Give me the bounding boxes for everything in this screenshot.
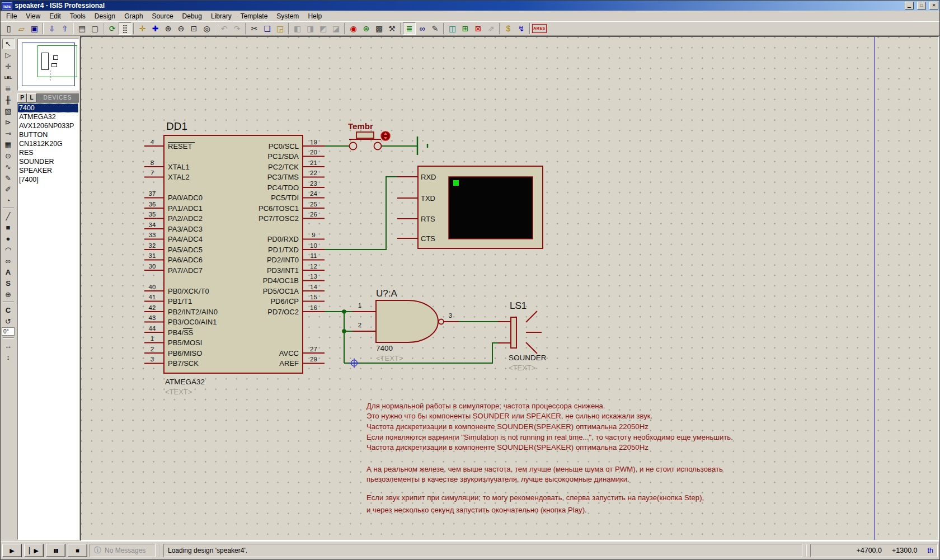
- zoom-in-icon[interactable]: ⊕: [162, 22, 175, 35]
- block-copy-icon[interactable]: ◧: [291, 22, 304, 35]
- virtual-terminal-component[interactable]: RXD TXD RTS CTS: [397, 166, 543, 248]
- menu-system[interactable]: System: [272, 11, 303, 21]
- menu-graph[interactable]: Graph: [120, 11, 147, 21]
- minimize-button[interactable]: ▁: [905, 2, 914, 10]
- virtual-instruments-icon[interactable]: ◔: [2, 195, 15, 206]
- undo-icon[interactable]: ↶: [218, 22, 231, 35]
- play-button[interactable]: ▶: [2, 544, 22, 557]
- save-icon[interactable]: ▣: [28, 22, 41, 35]
- device-item-speaker[interactable]: SPEAKER: [18, 166, 78, 175]
- device-item-7400[interactable]: 7400: [18, 103, 78, 112]
- device-item-sounder[interactable]: SOUNDER: [18, 157, 78, 166]
- junction-dot-icon[interactable]: ✛: [2, 61, 15, 72]
- pan-icon[interactable]: ✚: [149, 22, 162, 35]
- new-document-icon[interactable]: ▯: [2, 22, 15, 35]
- device-item-atmega32[interactable]: ATMEGA32: [18, 112, 78, 121]
- mirror-vertical-icon[interactable]: ↕: [2, 352, 15, 363]
- bus-mode-icon[interactable]: ╫: [2, 95, 15, 105]
- text-script-icon[interactable]: ≣: [2, 83, 15, 94]
- close-button[interactable]: ✕: [929, 2, 938, 10]
- menu-source[interactable]: Source: [148, 11, 178, 21]
- mark-output-area-icon[interactable]: ▢: [88, 22, 101, 35]
- zoom-all-icon[interactable]: ◎: [200, 22, 213, 35]
- selection-pointer-icon[interactable]: ↖: [2, 39, 15, 49]
- generator-mode-icon[interactable]: ∿: [2, 162, 15, 172]
- open-folder-icon[interactable]: ▱: [15, 22, 28, 35]
- mcu-component[interactable]: DD1 ATMEGA32 <TEXT> RESET XTAL1 XTAL2 PA…: [144, 120, 325, 396]
- text-2d-icon[interactable]: A: [2, 267, 15, 277]
- new-sheet-icon[interactable]: ⊞: [459, 22, 472, 35]
- pick-parts-icon[interactable]: ◉: [347, 22, 360, 35]
- wire-label-icon[interactable]: LBL: [2, 72, 15, 83]
- tape-recorder-icon[interactable]: ⊙: [2, 150, 15, 161]
- menu-library[interactable]: Library: [206, 11, 236, 21]
- paste-icon[interactable]: ◲: [274, 22, 286, 35]
- maximize-button[interactable]: □: [917, 2, 926, 10]
- block-move-icon[interactable]: ◨: [304, 22, 317, 35]
- schematic-canvas[interactable]: DD1 ATMEGA32 <TEXT> RESET XTAL1 XTAL2 PA…: [81, 37, 939, 540]
- terminal-mode-icon[interactable]: ⊳: [2, 117, 15, 128]
- message-indicator[interactable]: ⓘ No Messages: [90, 544, 156, 557]
- rotate-clockwise-icon[interactable]: C: [2, 305, 15, 316]
- device-item-res[interactable]: RES: [18, 148, 78, 157]
- button-toggle-icon[interactable]: [381, 131, 390, 140]
- menu-tools[interactable]: Tools: [65, 11, 90, 21]
- library-manager-button[interactable]: L: [27, 93, 36, 102]
- copy-icon[interactable]: ❏: [261, 22, 274, 35]
- cut-icon[interactable]: ✂: [248, 22, 261, 35]
- pick-device-button[interactable]: P: [17, 93, 27, 102]
- marker-2d-icon[interactable]: ⊕: [2, 289, 15, 300]
- device-item-7400-lib[interactable]: [7400]: [18, 175, 78, 184]
- device-item-button[interactable]: BUTTON: [18, 130, 78, 139]
- schematic-overview[interactable]: [17, 39, 79, 91]
- redo-icon[interactable]: ↷: [231, 22, 243, 35]
- graph-mode-icon[interactable]: ▦: [2, 139, 15, 150]
- bill-of-materials-icon[interactable]: $: [502, 22, 515, 35]
- menu-file[interactable]: File: [2, 11, 21, 21]
- menu-debug[interactable]: Debug: [178, 11, 206, 21]
- make-device-icon[interactable]: ⊛: [360, 22, 373, 35]
- pause-button[interactable]: ▮▮: [46, 544, 65, 557]
- push-button-component[interactable]: Tembr: [348, 121, 390, 150]
- arc-2d-icon[interactable]: ◠: [2, 244, 15, 255]
- design-explorer-icon[interactable]: ◫: [446, 22, 459, 35]
- device-pin-icon[interactable]: ⊸: [2, 128, 15, 139]
- import-section-icon[interactable]: ⇩: [45, 22, 58, 35]
- path-2d-icon[interactable]: ∞: [2, 256, 15, 266]
- current-probe-icon[interactable]: ✐: [2, 184, 15, 195]
- export-section-icon[interactable]: ⇧: [58, 22, 71, 35]
- voltage-probe-icon[interactable]: ✎: [2, 173, 15, 183]
- property-assignment-icon[interactable]: ✎: [429, 22, 441, 35]
- menu-edit[interactable]: Edit: [45, 11, 65, 21]
- component-mode-icon[interactable]: ▷: [2, 50, 15, 60]
- menu-template[interactable]: Template: [236, 11, 272, 21]
- redraw-icon[interactable]: ⟳: [106, 22, 119, 35]
- device-item-cn1812[interactable]: CN1812K20G: [18, 139, 78, 148]
- electrical-rule-check-icon[interactable]: ↯: [515, 22, 528, 35]
- ground-symbol[interactable]: [417, 137, 427, 155]
- menu-view[interactable]: View: [21, 11, 45, 21]
- box-2d-icon[interactable]: ■: [2, 222, 15, 233]
- rotation-angle-field[interactable]: 0°: [2, 327, 15, 336]
- menu-design[interactable]: Design: [90, 11, 120, 21]
- packaging-tool-icon[interactable]: ▩: [373, 22, 386, 35]
- circle-2d-icon[interactable]: ●: [2, 233, 15, 244]
- netlist-to-ares-icon[interactable]: ARES: [532, 24, 547, 33]
- grid-toggle-icon[interactable]: ⣿: [119, 22, 131, 35]
- goto-sheet-icon[interactable]: ⇗: [485, 22, 497, 35]
- block-rotate-icon[interactable]: ◩: [317, 22, 330, 35]
- false-origin-icon[interactable]: ✛: [136, 22, 149, 35]
- mirror-horizontal-icon[interactable]: ↔: [2, 341, 15, 351]
- wire-autorouter-icon[interactable]: ≣: [403, 22, 416, 35]
- menu-help[interactable]: Help: [303, 11, 326, 21]
- subcircuit-mode-icon[interactable]: ▧: [2, 106, 15, 116]
- zoom-area-icon[interactable]: ⊡: [187, 22, 200, 35]
- notes-text[interactable]: Для нормальной работы в симуляторе; част…: [366, 402, 733, 514]
- block-delete-icon[interactable]: ◪: [330, 22, 342, 35]
- decompose-icon[interactable]: ⚒: [386, 22, 398, 35]
- nand-gate-component[interactable]: U?:A 1 2 3 7400 <TEXT>: [352, 288, 459, 363]
- stop-button[interactable]: ■: [68, 544, 87, 557]
- line-2d-icon[interactable]: ╱: [2, 211, 15, 222]
- print-icon[interactable]: ▤: [76, 22, 88, 35]
- zoom-out-icon[interactable]: ⊖: [175, 22, 187, 35]
